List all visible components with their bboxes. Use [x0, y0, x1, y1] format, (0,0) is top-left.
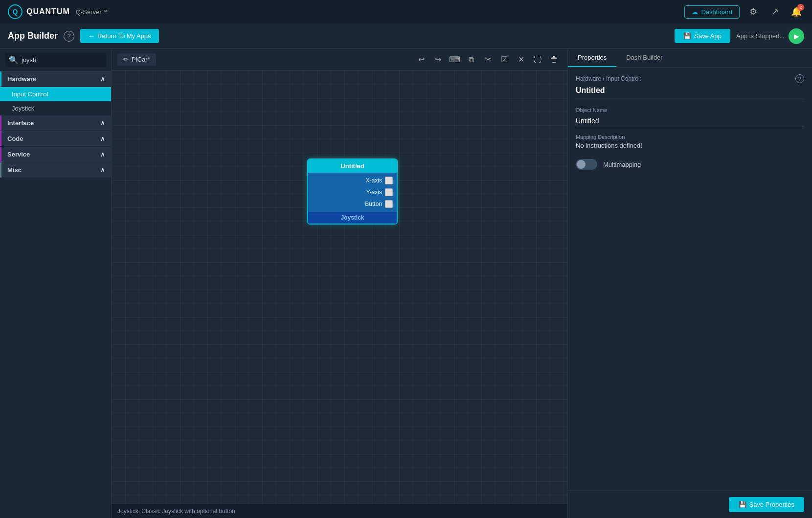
canvas-tab[interactable]: ✏ PiCar*: [117, 53, 156, 66]
share-button[interactable]: ↗: [767, 4, 783, 20]
mapping-desc-value: No instructions defined!: [576, 142, 804, 149]
multimapping-toggle[interactable]: [576, 159, 597, 170]
save-properties-button[interactable]: 💾 Save Properties: [729, 497, 805, 512]
joystick-node-footer: Joystick: [308, 212, 397, 224]
joystick-node-body: X-axis Y-axis Button: [308, 173, 397, 212]
save-app-button[interactable]: 💾 Save App: [675, 29, 730, 43]
second-nav: App Builder ? ← Return To My Apps 💾 Save…: [0, 23, 812, 49]
prop-section-title: Untitled: [576, 86, 804, 99]
undo-button[interactable]: ↩: [414, 52, 429, 67]
cloud-icon: ☁: [692, 8, 698, 16]
notifications[interactable]: 🔔 2: [789, 4, 804, 20]
button-port-box[interactable]: [385, 200, 393, 208]
multimapping-label: Multimapping: [603, 161, 641, 168]
return-button[interactable]: ← Return To My Apps: [80, 29, 159, 43]
chevron-up-icon-interface: ∧: [100, 119, 105, 127]
chevron-up-icon: ∧: [100, 75, 105, 83]
app-builder-title: App Builder: [8, 31, 58, 41]
notification-badge: 2: [797, 4, 804, 11]
chevron-up-icon-misc: ∧: [100, 166, 105, 174]
toggle-knob: [577, 160, 586, 169]
delete-button[interactable]: 🗑: [547, 52, 562, 67]
joystick-port-xaxis: X-axis: [308, 175, 397, 186]
sidebar-section-interface[interactable]: Interface ∧: [0, 115, 111, 131]
properties-footer: 💾 Save Properties: [568, 491, 812, 518]
save-props-icon: 💾: [739, 501, 746, 508]
properties-panel: Properties Dash Builder Hardware / Input…: [567, 49, 812, 518]
sidebar-section-hardware[interactable]: Hardware ∧: [0, 71, 111, 87]
check-button[interactable]: ☑: [497, 52, 512, 67]
expand-button[interactable]: ⛶: [530, 52, 545, 67]
play-button[interactable]: ▶: [789, 28, 804, 44]
play-icon: ▶: [794, 32, 799, 40]
app-builder-help-button[interactable]: ?: [64, 31, 74, 42]
chevron-up-icon-code: ∧: [100, 135, 105, 142]
redo-button[interactable]: ↪: [430, 52, 445, 67]
canvas-area: ✏ PiCar* ↩ ↪ ⌨ ⧉ ✂ ☑ ✕ ⛶ 🗑 Untitled: [112, 49, 567, 518]
save-icon: 💾: [683, 32, 691, 40]
object-name-input[interactable]: [576, 115, 804, 127]
search-wrap: 🔍: [5, 53, 106, 67]
sidebar-item-input-control[interactable]: Input Control: [0, 87, 111, 101]
tab-properties[interactable]: Properties: [568, 49, 616, 67]
xaxis-label: X-axis: [366, 177, 382, 184]
status-text: Joystick: Classic Joystick with optional…: [117, 508, 235, 515]
gear-icon: ⚙: [749, 6, 757, 17]
logo-sub: Q-Server™: [76, 8, 108, 16]
sidebar-section-misc[interactable]: Misc ∧: [0, 162, 111, 178]
sidebar-item-joystick[interactable]: Joystick: [0, 101, 111, 115]
object-name-label: Object Name: [576, 107, 804, 113]
logo-icon: Q: [8, 4, 23, 19]
canvas-grid[interactable]: Untitled X-axis Y-axis Button Joy: [112, 70, 567, 503]
sidebar: 🔍 Hardware ∧ Input Control Joystick Inte…: [0, 49, 112, 518]
canvas-toolbar: ✏ PiCar* ↩ ↪ ⌨ ⧉ ✂ ☑ ✕ ⛶ 🗑: [112, 49, 567, 70]
search-icon: 🔍: [9, 55, 19, 65]
button-label: Button: [365, 201, 382, 207]
joystick-port-button: Button: [308, 198, 397, 210]
settings-button[interactable]: ⚙: [745, 4, 761, 20]
search-bar: 🔍: [0, 49, 111, 71]
breadcrumb: Hardware / Input Control: ?: [576, 74, 804, 83]
share-icon: ↗: [771, 6, 779, 17]
status-bar: Joystick: Classic Joystick with optional…: [112, 503, 567, 518]
main-layout: 🔍 Hardware ∧ Input Control Joystick Inte…: [0, 49, 812, 518]
chevron-up-icon-service: ∧: [100, 151, 105, 158]
sidebar-section-service[interactable]: Service ∧: [0, 147, 111, 162]
logo-text: QUANTUM: [26, 7, 70, 16]
sidebar-section-code[interactable]: Code ∧: [0, 131, 111, 146]
joystick-node[interactable]: Untitled X-axis Y-axis Button Joy: [307, 158, 398, 225]
app-status: App is Stopped... ▶: [736, 28, 804, 44]
dashboard-button[interactable]: ☁ Dashboard: [684, 5, 740, 19]
canvas-tools: ↩ ↪ ⌨ ⧉ ✂ ☑ ✕ ⛶ 🗑: [414, 52, 562, 67]
yaxis-label: Y-axis: [366, 189, 382, 196]
properties-body: Hardware / Input Control: ? Untitled Obj…: [568, 68, 812, 491]
close-button[interactable]: ✕: [514, 52, 528, 67]
xaxis-port-box[interactable]: [385, 177, 393, 184]
keyboard-button[interactable]: ⌨: [447, 52, 462, 67]
search-input[interactable]: [22, 56, 102, 64]
breadcrumb-help-button[interactable]: ?: [795, 74, 804, 83]
pencil-icon: ✏: [123, 56, 129, 63]
yaxis-port-box[interactable]: [385, 188, 393, 196]
copy-button[interactable]: ⧉: [464, 52, 478, 67]
tab-dash-builder[interactable]: Dash Builder: [616, 49, 672, 67]
arrow-left-icon: ←: [88, 32, 94, 40]
joystick-node-title: Untitled: [308, 159, 397, 173]
logo: Q QUANTUM Q-Server™: [8, 4, 108, 19]
properties-tabs: Properties Dash Builder: [568, 49, 812, 68]
multimapping-row: Multimapping: [576, 159, 804, 170]
mapping-desc-label: Mapping Description: [576, 134, 804, 140]
joystick-port-yaxis: Y-axis: [308, 186, 397, 198]
top-nav: Q QUANTUM Q-Server™ ☁ Dashboard ⚙ ↗ 🔔 2: [0, 0, 812, 23]
cut-button[interactable]: ✂: [480, 52, 495, 67]
